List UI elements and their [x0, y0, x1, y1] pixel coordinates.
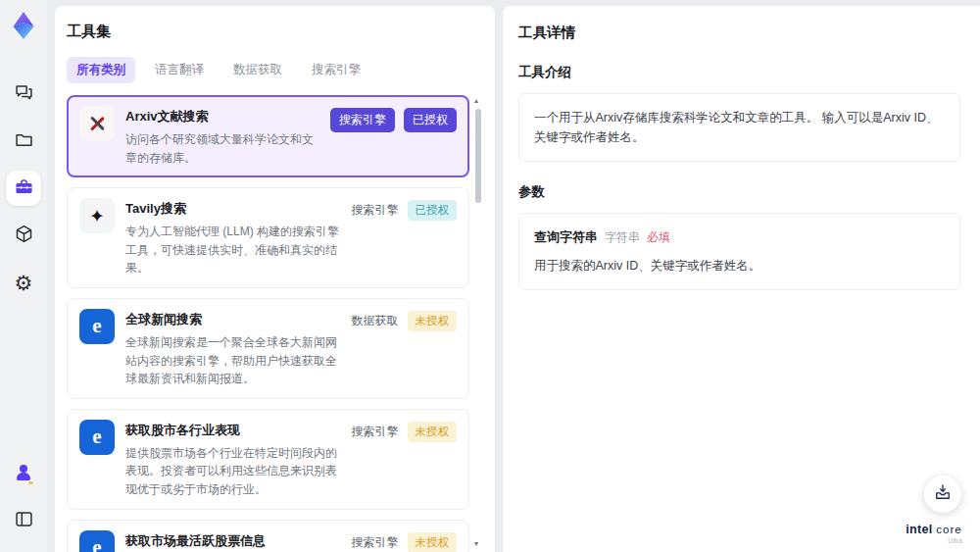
- package-icon: [14, 224, 34, 248]
- folder-icon: [14, 129, 34, 154]
- user-avatar-icon: [14, 464, 33, 483]
- tool-list-panel: 工具集 所有类别语言翻译数据获取搜索引擎 ▴ ▾ Arxiv文献搜索 访问各个研…: [55, 6, 495, 552]
- chat-icon: [14, 82, 34, 107]
- sidebar-item-panel-toggle[interactable]: [6, 503, 41, 538]
- param-header: 查询字符串 字符串 必填: [534, 227, 945, 248]
- blue-e-icon: e: [79, 420, 115, 455]
- tool-card-body: Tavily搜索 专为人工智能代理 (LLM) 构建的搜索引擎工具，可快速提供实…: [125, 198, 352, 277]
- tool-category-badge: 搜索引擎: [352, 534, 399, 551]
- app-logo-icon: [8, 10, 39, 41]
- tool-description: 访问各个研究领域大量科学论文和文章的存储库。: [125, 130, 322, 167]
- tool-card-body: 获取市场最活跃股票信息 提供当天交易量最高的股票列表，投资者可以利用这些信息来识…: [125, 530, 352, 552]
- tool-card[interactable]: e 获取股市各行业表现 提供股票市场各个行业在特定时间段内的表现。投资者可以利用…: [67, 409, 469, 510]
- tool-description: 提供股票市场各个行业在特定时间段内的表现。投资者可以利用这些信息来识别表现优于或…: [125, 444, 344, 499]
- tab-category-2[interactable]: 数据获取: [223, 57, 292, 83]
- sidebar-item-toolbox[interactable]: [6, 171, 41, 206]
- tool-badges: 搜索引擎 已授权: [330, 108, 457, 132]
- tool-badges: 搜索引擎 已授权: [352, 200, 458, 221]
- tool-card-body: Arxiv文献搜索 访问各个研究领域大量科学论文和文章的存储库。: [125, 106, 330, 167]
- param-card: 查询字符串 字符串 必填 用于搜索的Arxiv ID、关键字或作者姓名。: [518, 213, 960, 290]
- arxiv-icon: [79, 106, 115, 141]
- main-area: 工具集 所有类别语言翻译数据获取搜索引擎 ▴ ▾ Arxiv文献搜索 访问各个研…: [47, 0, 980, 552]
- panel-toggle-icon: [14, 509, 34, 533]
- param-description: 用于搜索的Arxiv ID、关键字或作者姓名。: [534, 256, 945, 276]
- intro-text: 一个用于从Arxiv存储库搜索科学论文和文章的工具。 输入可以是Arxiv ID…: [534, 111, 939, 144]
- tool-card[interactable]: ✦ Tavily搜索 专为人工智能代理 (LLM) 构建的搜索引擎工具，可快速提…: [67, 187, 469, 288]
- tool-name: 全球新闻搜索: [125, 311, 344, 328]
- tab-category-0[interactable]: 所有类别: [67, 57, 135, 83]
- tool-auth-badge: 未授权: [408, 532, 458, 552]
- category-tabs: 所有类别语言翻译数据获取搜索引擎: [67, 57, 483, 83]
- sidebar-item-packages[interactable]: [6, 218, 41, 253]
- download-button[interactable]: [924, 476, 961, 513]
- scroll-up-icon[interactable]: ▴: [474, 97, 478, 105]
- tool-detail-panel: 工具详情 工具介绍 一个用于从Arxiv存储库搜索科学论文和文章的工具。 输入可…: [503, 6, 980, 552]
- tab-category-3[interactable]: 搜索引擎: [302, 57, 370, 83]
- intel-logo-text: intel: [906, 523, 932, 536]
- tool-category-badge: 数据获取: [352, 313, 399, 329]
- scrollbar-thumb[interactable]: [475, 109, 481, 203]
- tool-badges: 搜索引擎 未授权: [352, 422, 458, 442]
- scroll-down-icon[interactable]: ▾: [474, 540, 478, 548]
- intro-heading: 工具介绍: [518, 64, 960, 81]
- tab-category-1[interactable]: 语言翻译: [145, 57, 214, 83]
- page-title: 工具集: [67, 23, 483, 41]
- tool-auth-badge: 已授权: [408, 200, 458, 221]
- toolbox-icon: [14, 176, 34, 201]
- tool-badges: 搜索引擎 未授权: [352, 532, 458, 552]
- intro-card: 一个用于从Arxiv存储库搜索科学论文和文章的工具。 输入可以是Arxiv ID…: [518, 93, 960, 162]
- tool-auth-badge: 未授权: [408, 311, 458, 331]
- blue-e-icon: e: [79, 309, 115, 344]
- app-sidebar: ⚙: [0, 0, 47, 552]
- download-icon: [933, 482, 953, 506]
- tool-category-badge: 搜索引擎: [352, 202, 399, 219]
- list-scrollbar[interactable]: ▴ ▾: [473, 95, 483, 552]
- sidebar-item-settings[interactable]: ⚙: [6, 265, 41, 300]
- tool-auth-badge: 未授权: [408, 422, 458, 442]
- param-name: 查询字符串: [534, 227, 598, 248]
- core-logo-text: core: [936, 524, 961, 535]
- sidebar-item-chat[interactable]: [6, 76, 41, 112]
- sidebar-item-user[interactable]: [6, 456, 41, 491]
- tool-card[interactable]: e 全球新闻搜索 全球新闻搜索是一个聚合全球各大新闻网站内容的搜索引擎，帮助用户…: [67, 298, 469, 399]
- tool-description: 全球新闻搜索是一个聚合全球各大新闻网站内容的搜索引擎，帮助用户快速获取全球最新资…: [125, 333, 344, 388]
- tool-name: Tavily搜索: [125, 200, 344, 218]
- tool-badges: 数据获取 未授权: [352, 311, 458, 331]
- logo-sub-text: Ultra: [900, 537, 968, 544]
- tool-auth-badge: 已授权: [404, 108, 457, 132]
- tool-category-badge: 搜索引擎: [330, 108, 395, 132]
- param-required-badge: 必填: [647, 228, 670, 247]
- tool-card[interactable]: e 获取市场最活跃股票信息 提供当天交易量最高的股票列表，投资者可以利用这些信息…: [67, 520, 469, 552]
- tavily-icon: ✦: [79, 198, 115, 233]
- tool-card-body: 获取股市各行业表现 提供股票市场各个行业在特定时间段内的表现。投资者可以利用这些…: [125, 420, 352, 499]
- blue-e-icon: e: [79, 530, 115, 552]
- tool-card-body: 全球新闻搜索 全球新闻搜索是一个聚合全球各大新闻网站内容的搜索引擎，帮助用户快速…: [125, 309, 352, 388]
- gear-icon: ⚙: [15, 273, 33, 293]
- param-type: 字符串: [605, 228, 640, 247]
- sidebar-item-files[interactable]: [6, 124, 41, 159]
- tool-card[interactable]: Arxiv文献搜索 访问各个研究领域大量科学论文和文章的存储库。 搜索引擎 已授…: [67, 95, 469, 177]
- tool-name: Arxiv文献搜索: [125, 108, 322, 125]
- tool-name: 获取市场最活跃股票信息: [125, 532, 344, 550]
- detail-title: 工具详情: [518, 24, 960, 42]
- tool-category-badge: 搜索引擎: [352, 424, 399, 440]
- params-heading: 参数: [518, 183, 960, 201]
- tool-description: 专为人工智能代理 (LLM) 构建的搜索引擎工具，可快速提供实时、准确和真实的结…: [125, 223, 344, 277]
- tool-list: ▴ ▾ Arxiv文献搜索 访问各个研究领域大量科学论文和文章的存储库。 搜索引…: [67, 95, 483, 552]
- tool-name: 获取股市各行业表现: [125, 422, 344, 439]
- intel-core-logo: intel core Ultra: [900, 523, 968, 544]
